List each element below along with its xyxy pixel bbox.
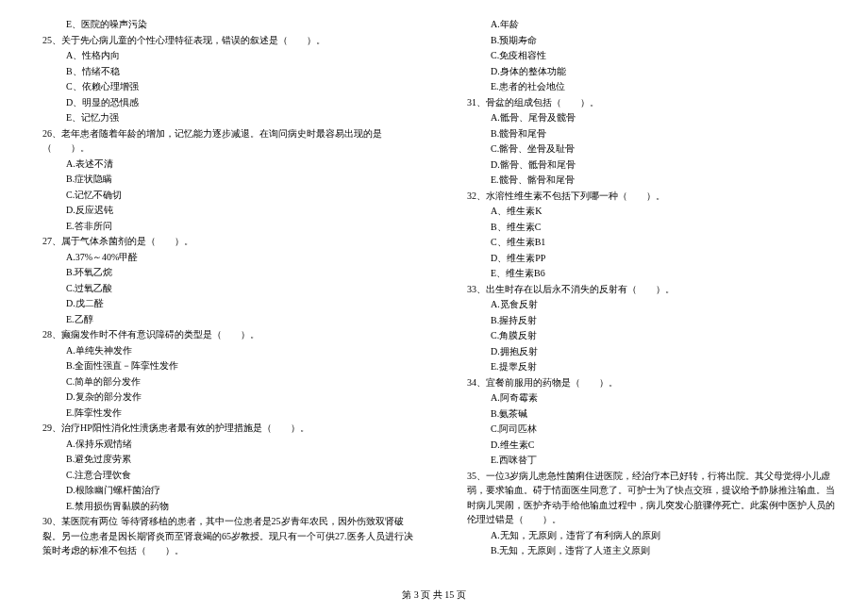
option-text: D、明显的恐惧感 [28, 95, 415, 110]
option-text: C.注意合理饮食 [28, 468, 415, 483]
option-text: E、维生素B6 [453, 266, 840, 281]
option-text: D、维生素PP [453, 251, 840, 266]
option-text: B.髋骨和尾骨 [453, 126, 840, 141]
question-text: 29、治疗HP阳性消化性溃疡患者最有效的护理措施是（ ）。 [28, 421, 415, 436]
question-text: 35、一位3岁病儿患急性菌痢住进医院，经治疗本已好转，行将出院。其父母觉得小儿虚… [453, 469, 840, 527]
option-text: A.觅食反射 [453, 297, 840, 312]
option-text: B、维生素C [453, 220, 840, 235]
page-footer: 第 3 页 共 15 页 [0, 588, 868, 602]
option-text: B.全面性强直－阵挛性发作 [28, 358, 415, 373]
question-text: 33、出生时存在以后永不消失的反射有（ ）。 [453, 282, 840, 297]
document-content: E、医院的噪声污染25、关于先心病儿童的个性心理特征表现，错误的叙述是（ ）。A… [28, 17, 840, 564]
option-text: B.症状隐瞒 [28, 172, 415, 187]
option-text: E.答非所问 [28, 219, 415, 234]
option-text: C.免疫相容性 [453, 48, 840, 63]
option-text: D.反应迟钝 [28, 203, 415, 218]
option-text: B.避免过度劳累 [28, 452, 415, 467]
question-text: 32、水溶性维生素不包括下列哪一种（ ）。 [453, 189, 840, 204]
option-text: C、维生素B1 [453, 235, 840, 250]
option-text: C.阿司匹林 [453, 422, 840, 437]
question-text: 34、宜餐前服用的药物是（ ）。 [453, 375, 840, 390]
question-text: 28、癫痫发作时不伴有意识障碍的类型是（ ）。 [28, 327, 415, 342]
question-text: 30、某医院有两位 等待肾移植的患者，其中一位患者是25岁青年农民，因外伤致双肾… [28, 514, 415, 558]
option-text: E.禁用损伤胃黏膜的药物 [28, 499, 415, 514]
option-text: C.髂骨、坐骨及耻骨 [453, 141, 840, 157]
option-text: C.简单的部分发作 [28, 374, 415, 389]
option-text: A、性格内向 [28, 48, 415, 63]
option-text: D.维生素C [453, 438, 840, 453]
option-text: A.表述不清 [28, 157, 415, 172]
option-text: A.骶骨、尾骨及髋骨 [453, 110, 840, 125]
option-text: D.复杂的部分发作 [28, 389, 415, 405]
question-text: 25、关于先心病儿童的个性心理特征表现，错误的叙述是（ ）。 [28, 33, 415, 48]
question-text: 31、骨盆的组成包括（ ）。 [453, 95, 840, 110]
option-text: E.阵挛性发作 [28, 406, 415, 421]
option-text: E.乙醇 [28, 312, 415, 327]
option-text: D.身体的整体功能 [453, 64, 840, 79]
option-text: A、维生素K [453, 204, 840, 219]
option-text: A.年龄 [453, 17, 840, 32]
option-text: B、情绪不稳 [28, 64, 415, 79]
option-text: A.37%～40%甲醛 [28, 250, 415, 265]
option-text: A.保持乐观情绪 [28, 437, 415, 452]
option-text: C.过氧乙酸 [28, 281, 415, 296]
option-text: E.患者的社会地位 [453, 79, 840, 94]
option-text: A.单纯失神发作 [28, 343, 415, 358]
option-text: C、依赖心理增强 [28, 79, 415, 94]
option-text: A.无知，无原则，违背了有利病人的原则 [453, 528, 840, 543]
option-text: E.提睾反射 [453, 359, 840, 374]
option-text: E.西咪替丁 [453, 453, 840, 468]
option-text: C.角膜反射 [453, 328, 840, 343]
option-text: A.阿奇霉素 [453, 390, 840, 406]
option-text: C.记忆不确切 [28, 188, 415, 203]
option-text: B.握持反射 [453, 313, 840, 328]
option-text: B.氨茶碱 [453, 406, 840, 422]
option-text: E.髋骨、髂骨和尾骨 [453, 173, 840, 188]
option-text: D.拥抱反射 [453, 344, 840, 359]
question-text: 27、属于气体杀菌剂的是（ ）。 [28, 234, 415, 249]
option-text: D.髂骨、骶骨和尾骨 [453, 157, 840, 173]
option-text: E、医院的噪声污染 [28, 17, 415, 32]
option-text: E、记忆力强 [28, 110, 415, 125]
option-text: D.根除幽门螺杆菌治疗 [28, 483, 415, 498]
option-text: B.无知，无原则，违背了人道主义原则 [453, 543, 840, 558]
question-text: 26、老年患者随着年龄的增加，记忆能力逐步减退。在询问病史时最容易出现的是（ ）… [28, 126, 415, 156]
option-text: B.预期寿命 [453, 33, 840, 48]
option-text: D.戊二醛 [28, 296, 415, 311]
option-text: B.环氧乙烷 [28, 265, 415, 280]
